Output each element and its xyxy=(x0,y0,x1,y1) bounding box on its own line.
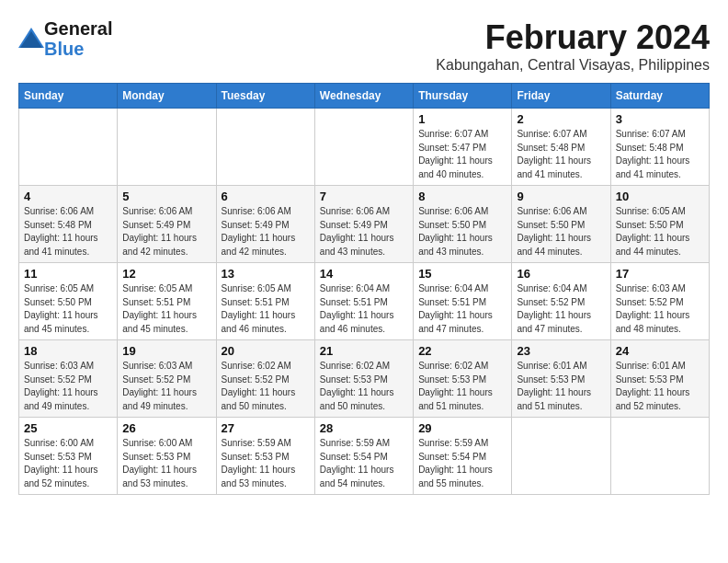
day-number: 18 xyxy=(24,344,112,358)
calendar-cell: 20Sunrise: 6:02 AM Sunset: 5:52 PM Dayli… xyxy=(216,340,314,418)
day-number: 8 xyxy=(418,190,506,203)
day-number: 9 xyxy=(517,190,605,203)
calendar-cell: 27Sunrise: 5:59 AM Sunset: 5:53 PM Dayli… xyxy=(216,418,314,495)
day-number: 22 xyxy=(418,344,506,358)
calendar-week-row: 11Sunrise: 6:05 AM Sunset: 5:50 PM Dayli… xyxy=(19,263,710,340)
column-header-friday: Friday xyxy=(512,84,610,109)
calendar-cell: 8Sunrise: 6:06 AM Sunset: 5:50 PM Daylig… xyxy=(414,186,512,263)
title-block: February 2024 Kabungahan, Central Visaya… xyxy=(436,18,710,74)
calendar-cell: 18Sunrise: 6:03 AM Sunset: 5:52 PM Dayli… xyxy=(19,340,118,418)
day-number: 6 xyxy=(222,190,310,203)
day-info: Sunrise: 6:02 AM Sunset: 5:53 PM Dayligh… xyxy=(418,360,506,413)
column-header-wednesday: Wednesday xyxy=(314,84,413,109)
column-header-sunday: Sunday xyxy=(19,84,118,109)
calendar-cell xyxy=(314,109,413,186)
calendar-cell xyxy=(118,109,216,186)
day-number: 12 xyxy=(122,267,210,281)
day-number: 13 xyxy=(222,267,310,281)
day-number: 7 xyxy=(320,190,408,203)
day-info: Sunrise: 6:06 AM Sunset: 5:49 PM Dayligh… xyxy=(222,205,310,259)
day-number: 3 xyxy=(616,112,704,126)
calendar-cell: 22Sunrise: 6:02 AM Sunset: 5:53 PM Dayli… xyxy=(414,340,512,418)
calendar-cell: 21Sunrise: 6:02 AM Sunset: 5:53 PM Dayli… xyxy=(314,340,413,418)
calendar-cell xyxy=(19,109,118,186)
day-number: 21 xyxy=(320,344,408,358)
day-info: Sunrise: 6:06 AM Sunset: 5:50 PM Dayligh… xyxy=(418,205,506,259)
calendar-cell: 23Sunrise: 6:01 AM Sunset: 5:53 PM Dayli… xyxy=(512,340,610,418)
day-info: Sunrise: 6:05 AM Sunset: 5:51 PM Dayligh… xyxy=(122,282,210,336)
calendar-cell: 16Sunrise: 6:04 AM Sunset: 5:52 PM Dayli… xyxy=(512,263,610,340)
day-number: 20 xyxy=(222,344,310,358)
day-info: Sunrise: 6:07 AM Sunset: 5:48 PM Dayligh… xyxy=(517,128,605,181)
day-number: 17 xyxy=(616,267,704,281)
day-info: Sunrise: 6:07 AM Sunset: 5:48 PM Dayligh… xyxy=(616,128,704,181)
day-info: Sunrise: 5:59 AM Sunset: 5:54 PM Dayligh… xyxy=(320,437,408,490)
calendar-cell xyxy=(512,418,610,495)
calendar-week-row: 25Sunrise: 6:00 AM Sunset: 5:53 PM Dayli… xyxy=(19,418,710,495)
day-info: Sunrise: 6:04 AM Sunset: 5:51 PM Dayligh… xyxy=(320,282,408,336)
day-number: 25 xyxy=(24,421,112,435)
day-number: 19 xyxy=(122,344,210,358)
logo: General Blue xyxy=(18,18,112,59)
calendar-cell: 5Sunrise: 6:06 AM Sunset: 5:49 PM Daylig… xyxy=(118,186,216,263)
calendar-body: 1Sunrise: 6:07 AM Sunset: 5:47 PM Daylig… xyxy=(19,109,710,495)
day-number: 27 xyxy=(222,421,310,435)
calendar-subtitle: Kabungahan, Central Visayas, Philippines xyxy=(436,57,710,74)
calendar-cell: 12Sunrise: 6:05 AM Sunset: 5:51 PM Dayli… xyxy=(118,263,216,340)
day-info: Sunrise: 5:59 AM Sunset: 5:54 PM Dayligh… xyxy=(418,437,506,490)
calendar-cell: 7Sunrise: 6:06 AM Sunset: 5:49 PM Daylig… xyxy=(314,186,413,263)
calendar-cell: 14Sunrise: 6:04 AM Sunset: 5:51 PM Dayli… xyxy=(314,263,413,340)
column-header-monday: Monday xyxy=(118,84,216,109)
calendar-cell: 11Sunrise: 6:05 AM Sunset: 5:50 PM Dayli… xyxy=(19,263,118,340)
calendar-cell xyxy=(610,418,709,495)
calendar-cell: 13Sunrise: 6:05 AM Sunset: 5:51 PM Dayli… xyxy=(216,263,314,340)
column-header-saturday: Saturday xyxy=(610,84,709,109)
calendar-cell: 25Sunrise: 6:00 AM Sunset: 5:53 PM Dayli… xyxy=(19,418,118,495)
day-number: 11 xyxy=(24,267,112,281)
day-info: Sunrise: 6:06 AM Sunset: 5:48 PM Dayligh… xyxy=(24,205,112,259)
calendar-cell: 26Sunrise: 6:00 AM Sunset: 5:53 PM Dayli… xyxy=(118,418,216,495)
calendar-header-row: SundayMondayTuesdayWednesdayThursdayFrid… xyxy=(19,84,710,109)
calendar-cell xyxy=(216,109,314,186)
day-info: Sunrise: 6:06 AM Sunset: 5:50 PM Dayligh… xyxy=(517,205,605,259)
calendar-cell: 4Sunrise: 6:06 AM Sunset: 5:48 PM Daylig… xyxy=(19,186,118,263)
calendar-week-row: 4Sunrise: 6:06 AM Sunset: 5:48 PM Daylig… xyxy=(19,186,710,263)
day-info: Sunrise: 6:00 AM Sunset: 5:53 PM Dayligh… xyxy=(24,437,112,490)
day-info: Sunrise: 6:04 AM Sunset: 5:52 PM Dayligh… xyxy=(517,282,605,336)
calendar-cell: 24Sunrise: 6:01 AM Sunset: 5:53 PM Dayli… xyxy=(610,340,709,418)
page-header: General Blue February 2024 Kabungahan, C… xyxy=(18,18,710,74)
day-info: Sunrise: 6:02 AM Sunset: 5:53 PM Dayligh… xyxy=(320,360,408,413)
day-number: 5 xyxy=(122,190,210,203)
day-info: Sunrise: 6:05 AM Sunset: 5:51 PM Dayligh… xyxy=(222,282,310,336)
day-info: Sunrise: 6:03 AM Sunset: 5:52 PM Dayligh… xyxy=(122,360,210,413)
day-number: 24 xyxy=(616,344,704,358)
calendar-cell: 6Sunrise: 6:06 AM Sunset: 5:49 PM Daylig… xyxy=(216,186,314,263)
calendar-table: SundayMondayTuesdayWednesdayThursdayFrid… xyxy=(18,83,710,495)
day-info: Sunrise: 6:00 AM Sunset: 5:53 PM Dayligh… xyxy=(122,437,210,490)
calendar-cell: 10Sunrise: 6:05 AM Sunset: 5:50 PM Dayli… xyxy=(610,186,709,263)
day-number: 4 xyxy=(24,190,112,203)
calendar-week-row: 1Sunrise: 6:07 AM Sunset: 5:47 PM Daylig… xyxy=(19,109,710,186)
column-header-thursday: Thursday xyxy=(414,84,512,109)
column-header-tuesday: Tuesday xyxy=(216,84,314,109)
logo-icon xyxy=(18,28,40,46)
day-number: 14 xyxy=(320,267,408,281)
day-number: 29 xyxy=(418,421,506,435)
svg-marker-1 xyxy=(20,31,42,48)
day-info: Sunrise: 6:02 AM Sunset: 5:52 PM Dayligh… xyxy=(222,360,310,413)
day-info: Sunrise: 6:04 AM Sunset: 5:51 PM Dayligh… xyxy=(418,282,506,336)
day-info: Sunrise: 6:06 AM Sunset: 5:49 PM Dayligh… xyxy=(320,205,408,259)
calendar-cell: 2Sunrise: 6:07 AM Sunset: 5:48 PM Daylig… xyxy=(512,109,610,186)
calendar-cell: 9Sunrise: 6:06 AM Sunset: 5:50 PM Daylig… xyxy=(512,186,610,263)
calendar-cell: 28Sunrise: 5:59 AM Sunset: 5:54 PM Dayli… xyxy=(314,418,413,495)
day-number: 26 xyxy=(122,421,210,435)
day-info: Sunrise: 6:05 AM Sunset: 5:50 PM Dayligh… xyxy=(24,282,112,336)
logo-text: General Blue xyxy=(44,18,112,59)
calendar-week-row: 18Sunrise: 6:03 AM Sunset: 5:52 PM Dayli… xyxy=(19,340,710,418)
calendar-cell: 19Sunrise: 6:03 AM Sunset: 5:52 PM Dayli… xyxy=(118,340,216,418)
day-number: 15 xyxy=(418,267,506,281)
calendar-title: February 2024 xyxy=(436,18,710,57)
day-number: 16 xyxy=(517,267,605,281)
day-info: Sunrise: 6:03 AM Sunset: 5:52 PM Dayligh… xyxy=(616,282,704,336)
day-info: Sunrise: 6:07 AM Sunset: 5:47 PM Dayligh… xyxy=(418,128,506,181)
